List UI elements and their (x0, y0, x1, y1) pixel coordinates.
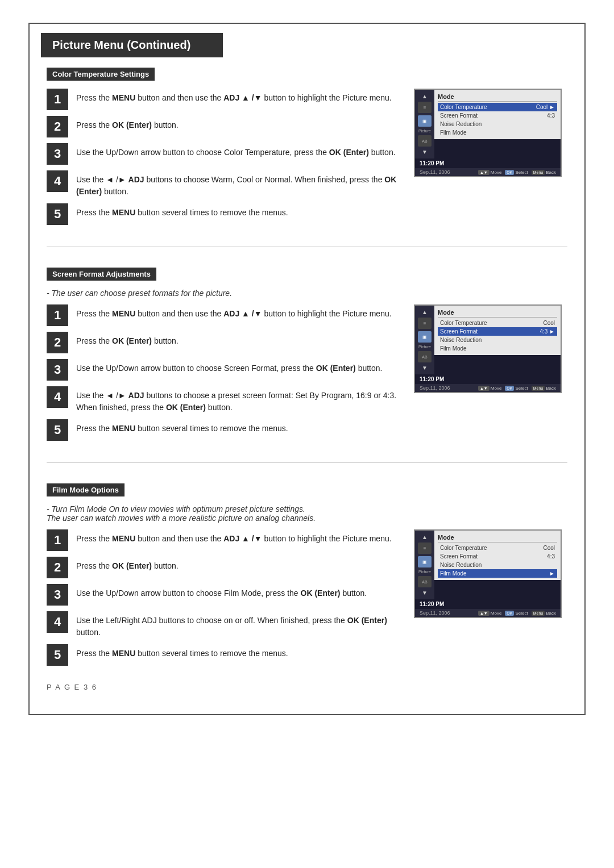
tv-display: ▲ ≡ ▣ Picture AB ▼ Mode Color Temperatur… (414, 304, 562, 393)
step-text: Press the OK (Enter) button. (76, 332, 179, 347)
tv-picture-label: Picture (418, 129, 431, 133)
tv-picture-icon: ▣ (418, 115, 432, 127)
menu-item-label: Film Mode (440, 570, 467, 577)
move-icon: ▲▼ (478, 386, 489, 391)
step-text: Use the ◄ /► ADJ buttons to choose a pre… (76, 386, 403, 414)
tv-menu-title: Mode (438, 92, 557, 102)
tv-time: 11:20 PM (420, 601, 444, 607)
tv-ab-icon: AB (418, 351, 432, 362)
tv-picture-icon: ▣ (418, 331, 432, 343)
step-row: 3 Use the Up/Down arrow button to choose… (47, 584, 403, 606)
up-arrow-icon: ▲ (422, 309, 428, 315)
menu-item-label: Film Mode (440, 345, 467, 352)
tv-ab-icon: AB (418, 576, 432, 587)
step-row: 3 Use the Up/Down arrow button to choose… (47, 359, 403, 381)
tv-display: ▲ ≡ ▣ Picture AB ▼ Mode Color Temperatur… (414, 529, 562, 618)
menu-icon: Menu (532, 170, 545, 175)
menu-item-label: Color Temperature (440, 545, 487, 551)
ok-icon: OK (505, 611, 514, 616)
step-row: 2 Press the OK (Enter) button. (47, 116, 403, 137)
menu-item-value: 4:3 (547, 553, 555, 560)
step-number: 1 (47, 529, 68, 551)
ok-icon: OK (505, 386, 514, 391)
select-label: Select (515, 170, 528, 175)
tv-menu: Mode Color Temperature Cool ► Screen For… (434, 90, 561, 139)
tv-nav-move: ▲▼ Move (478, 170, 501, 175)
tv-time: 11:20 PM (420, 160, 444, 166)
ok-icon: OK (505, 170, 514, 175)
tv-menu-item: Film Mode (438, 344, 557, 353)
tv-date-bar: Sep.11, 2006 ▲▼ Move OK Select M (415, 609, 561, 617)
film-mode-note: - Turn Film Mode On to view movies with … (47, 504, 567, 523)
color-temp-title: Color Temperature Settings (47, 68, 155, 81)
step-text: Press the MENU button several times to r… (76, 644, 288, 660)
step-number: 3 (47, 584, 68, 606)
select-label: Select (515, 611, 528, 616)
menu-item-label: Color Temperature (440, 104, 487, 110)
menu-item-label: Screen Format (440, 553, 478, 560)
step-number: 3 (47, 359, 68, 381)
tv-nav-select: OK Select (505, 386, 528, 391)
step-row: 4 Use the Left/Right ADJ buttons to choo… (47, 611, 403, 639)
step-number: 2 (47, 116, 68, 137)
tv-sidebar: ▲ ≡ ▣ Picture AB ▼ (415, 531, 434, 599)
tv-bottom: 11:20 PM (415, 158, 561, 168)
menu-item-value: Cool ► (536, 104, 555, 110)
section-divider (47, 462, 567, 463)
tv-nav-back: Menu Back (532, 386, 556, 391)
tv-top: ▲ ≡ ▣ Picture AB ▼ Mode Color Temperatur… (415, 306, 561, 374)
tv-nav-move: ▲▼ Move (478, 611, 501, 616)
step-row: 4 Use the ◄ /► ADJ buttons to choose War… (47, 170, 403, 198)
film-mode-instructions: 1 Press the MENU button and then use the… (47, 529, 403, 671)
step-number: 1 (47, 89, 68, 110)
tv-menu: Mode Color Temperature Cool Screen Forma… (434, 306, 561, 355)
screen-format-title: Screen Format Adjustments (47, 268, 156, 281)
tv-date: Sep.11, 2006 (420, 385, 450, 391)
color-temp-section: Color Temperature Settings 1 Press the M… (30, 57, 584, 236)
tv-menu-item: Screen Format 4:3 ► (438, 327, 557, 336)
tv-nav: ▲▼ Move OK Select Menu Back (478, 611, 556, 616)
menu-icon: Menu (532, 386, 545, 391)
tv-screen-3: ▲ ≡ ▣ Picture AB ▼ Mode Color Temperatur… (414, 529, 567, 618)
tv-date-bar: Sep.11, 2006 ▲▼ Move OK Select M (415, 168, 561, 176)
tv-bottom: 11:20 PM (415, 374, 561, 384)
menu-item-label: Noise Reduction (440, 121, 482, 127)
tv-date-bar: Sep.11, 2006 ▲▼ Move OK Select M (415, 384, 561, 392)
step-text: Use the ◄ /► ADJ buttons to choose Warm,… (76, 170, 403, 198)
down-arrow-icon: ▼ (422, 590, 428, 596)
tv-menu-item: Color Temperature Cool (438, 319, 557, 327)
tv-picture-icon: ▣ (418, 556, 432, 567)
step-row: 2 Press the OK (Enter) button. (47, 332, 403, 353)
tv-date: Sep.11, 2006 (420, 169, 450, 175)
select-label: Select (515, 386, 528, 391)
step-row: 4 Use the ◄ /► ADJ buttons to choose a p… (47, 386, 403, 414)
step-number: 1 (47, 304, 68, 326)
move-icon: ▲▼ (478, 170, 489, 175)
menu-item-value: 4:3 ► (540, 328, 555, 335)
page-title: Picture Menu (Continued) (41, 33, 223, 57)
tv-nav-move: ▲▼ Move (478, 386, 501, 391)
step-number: 5 (47, 203, 68, 225)
step-text: Press the MENU button and then use the A… (76, 304, 392, 320)
tv-menu-item: Screen Format 4:3 (438, 552, 557, 561)
move-icon: ▲▼ (478, 611, 489, 616)
step-number: 2 (47, 557, 68, 578)
header-section: Picture Menu (Continued) (30, 24, 584, 57)
step-text: Use the Up/Down arrow button to choose C… (76, 143, 396, 158)
step-number: 4 (47, 386, 68, 408)
tv-icon: ≡ (418, 318, 432, 329)
tv-nav-back: Menu Back (532, 611, 556, 616)
step-number: 3 (47, 143, 68, 165)
step-number: 5 (47, 419, 68, 441)
menu-item-label: Noise Reduction (440, 337, 482, 343)
color-temp-instructions: 1 Press the MENU button and then use the… (47, 89, 403, 231)
film-mode-section: Film Mode Options - Turn Film Mode On to… (30, 473, 584, 677)
menu-item-value: Cool (543, 545, 555, 551)
tv-menu: Mode Color Temperature Cool Screen Forma… (434, 531, 561, 580)
step-row: 1 Press the MENU button and then use the… (47, 529, 403, 551)
step-row: 5 Press the MENU button several times to… (47, 419, 403, 441)
step-number: 4 (47, 611, 68, 633)
tv-screen-2: ▲ ≡ ▣ Picture AB ▼ Mode Color Temperatur… (414, 304, 567, 393)
menu-item-label: Screen Format (440, 328, 478, 335)
up-arrow-icon: ▲ (422, 534, 428, 540)
